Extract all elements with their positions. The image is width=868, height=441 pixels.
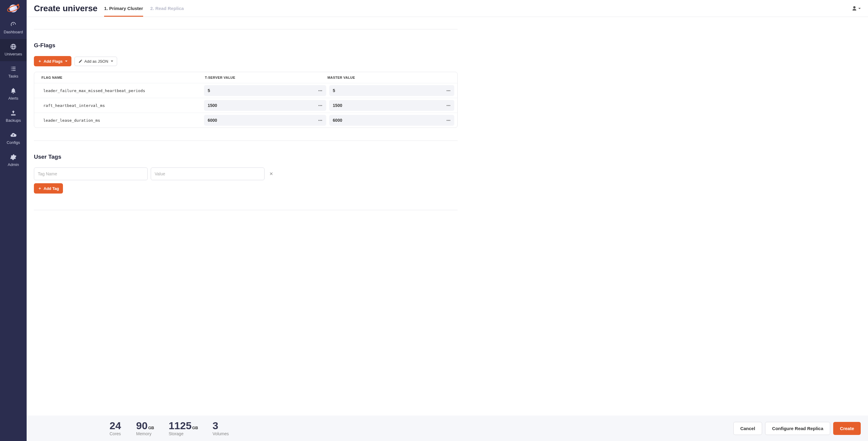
tag-value-input[interactable] — [151, 168, 265, 180]
stat-num: 1125 — [168, 420, 192, 431]
sidebar-item-configs[interactable]: Configs — [0, 127, 27, 150]
stat-volumes: 3 Volumes — [213, 420, 229, 436]
cell-value: 1500 — [333, 103, 342, 108]
column-header-tserver: T-SERVER VALUE — [205, 76, 328, 79]
stat-label: Cores — [110, 431, 122, 436]
button-label: Add Tag — [43, 186, 59, 191]
flag-name: leader_failure_max_missed_heartbeat_peri… — [37, 88, 204, 93]
cloud-icon — [10, 132, 17, 139]
master-value-cell[interactable]: 5 ••• — [329, 85, 454, 96]
tserver-value-cell[interactable]: 1500 ••• — [204, 100, 326, 111]
sidebar-item-label: Dashboard — [4, 30, 23, 34]
sidebar-item-tasks[interactable]: Tasks — [0, 61, 27, 83]
user-icon — [851, 6, 857, 11]
button-label: Add Flags — [43, 59, 63, 64]
tserver-value-cell[interactable]: 5 ••• — [204, 85, 326, 96]
more-icon[interactable]: ••• — [446, 119, 451, 122]
button-label: Add as JSON — [85, 59, 108, 64]
stat-num: 24 — [110, 420, 121, 431]
gflags-table: FLAG NAME T-SERVER VALUE MASTER VALUE le… — [34, 72, 458, 128]
more-icon[interactable]: ••• — [318, 104, 322, 107]
add-as-json-button[interactable]: Add as JSON — [74, 57, 117, 66]
table-row: raft_heartbeat_interval_ms 1500 ••• 1500… — [34, 98, 457, 113]
topbar: Create universe 1. Primary Cluster 2. Re… — [27, 0, 868, 17]
more-icon[interactable]: ••• — [446, 104, 451, 107]
svg-point-2 — [17, 4, 19, 6]
sidebar-item-label: Admin — [8, 163, 19, 167]
create-button[interactable]: Create — [833, 422, 861, 435]
sidebar-item-admin[interactable]: Admin — [0, 150, 27, 172]
more-icon[interactable]: ••• — [318, 119, 322, 122]
master-value-cell[interactable]: 1500 ••• — [329, 100, 454, 111]
stat-unit: GB — [148, 425, 154, 430]
remove-tag-button[interactable]: ✕ — [268, 171, 275, 177]
stat-num: 90 — [136, 420, 148, 431]
globe-icon — [10, 43, 17, 50]
column-header-master: MASTER VALUE — [328, 76, 450, 79]
more-icon[interactable]: ••• — [446, 89, 451, 92]
tab-primary-cluster[interactable]: 1. Primary Cluster — [104, 0, 143, 17]
tserver-value-cell[interactable]: 6000 ••• — [204, 115, 326, 126]
cell-value: 5 — [333, 88, 335, 93]
stat-label: Volumes — [213, 431, 229, 436]
app-logo — [0, 0, 27, 17]
more-icon[interactable]: ••• — [318, 89, 322, 92]
cancel-button[interactable]: Cancel — [733, 422, 762, 435]
backup-icon — [10, 110, 17, 116]
tag-row: ✕ — [34, 168, 458, 180]
divider — [34, 29, 458, 29]
sidebar-item-universes[interactable]: Universes — [0, 39, 27, 61]
stat-storage: 1125GB Storage — [168, 420, 198, 436]
cell-value: 6000 — [208, 118, 217, 123]
footer: 24 Cores 90GB Memory 1125GB Storage 3 Vo… — [27, 416, 868, 441]
plus-icon: ＋ — [38, 186, 42, 191]
add-flags-button[interactable]: ＋ Add Flags — [34, 56, 71, 66]
stat-cores: 24 Cores — [110, 420, 122, 436]
user-menu[interactable] — [851, 6, 861, 11]
bell-icon — [10, 88, 17, 94]
table-row: leader_failure_max_missed_heartbeat_peri… — [34, 83, 457, 98]
stat-label: Storage — [168, 431, 198, 436]
configure-read-replica-button[interactable]: Configure Read Replica — [765, 422, 830, 435]
sidebar-item-label: Alerts — [8, 96, 18, 100]
list-icon — [10, 65, 17, 72]
sidebar-item-dashboard[interactable]: Dashboard — [0, 17, 27, 39]
flag-name: leader_lease_duration_ms — [37, 118, 204, 123]
sidebar-item-label: Configs — [7, 140, 20, 145]
sidebar-item-label: Backups — [6, 118, 21, 123]
column-header-name: FLAG NAME — [41, 76, 205, 79]
stat-memory: 90GB Memory — [136, 420, 154, 436]
add-tag-button[interactable]: ＋ Add Tag — [34, 183, 63, 194]
sidebar-item-alerts[interactable]: Alerts — [0, 83, 27, 106]
divider — [34, 141, 458, 141]
cell-value: 1500 — [208, 103, 217, 108]
tab-read-replica[interactable]: 2. Read Replica — [150, 0, 184, 17]
cell-value: 6000 — [333, 118, 342, 123]
flag-name: raft_heartbeat_interval_ms — [37, 103, 204, 108]
dashboard-icon — [10, 21, 17, 28]
plus-icon: ＋ — [38, 58, 42, 64]
sidebar: Dashboard Universes Tasks Alerts Backups… — [0, 0, 27, 441]
gflags-section-title: G-Flags — [34, 42, 458, 49]
sidebar-item-label: Universes — [4, 52, 22, 56]
sidebar-item-backups[interactable]: Backups — [0, 106, 27, 127]
stat-label: Memory — [136, 431, 154, 436]
cell-value: 5 — [208, 88, 210, 93]
chevron-down-icon — [111, 61, 113, 62]
stat-num: 3 — [213, 420, 218, 431]
page-title: Create universe — [34, 4, 97, 13]
table-row: leader_lease_duration_ms 6000 ••• 6000 •… — [34, 113, 457, 127]
gear-icon — [10, 154, 17, 160]
chevron-down-icon — [858, 8, 861, 9]
chevron-down-icon — [65, 61, 67, 62]
user-tags-section-title: User Tags — [34, 153, 458, 160]
edit-icon — [79, 59, 83, 63]
master-value-cell[interactable]: 6000 ••• — [329, 115, 454, 126]
sidebar-item-label: Tasks — [8, 74, 18, 79]
stat-unit: GB — [192, 425, 198, 430]
tag-name-input[interactable] — [34, 168, 148, 180]
